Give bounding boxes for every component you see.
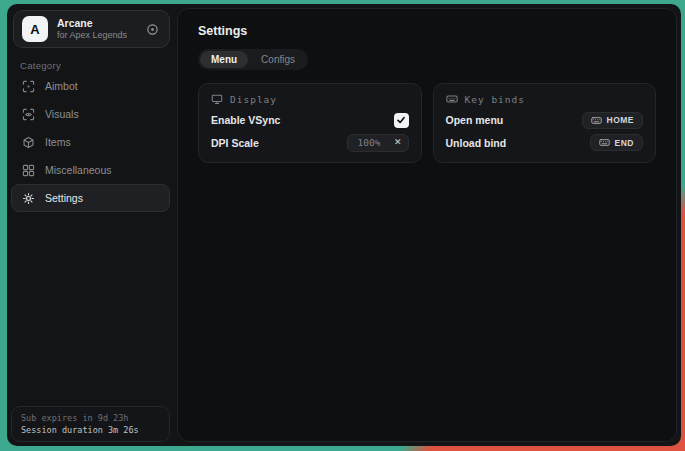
tab-menu[interactable]: Menu (200, 51, 248, 68)
monitor-icon (211, 93, 223, 105)
dpi-row: DPI Scale 100% ✕ (211, 132, 409, 155)
sidebar-nav: Aimbot Visuals Items (11, 72, 170, 212)
main-panel: Settings Menu Configs Display En (177, 8, 677, 442)
app-subtitle: for Apex Legends (57, 30, 146, 41)
sidebar-item-miscellaneous[interactable]: Miscellaneous (11, 156, 170, 184)
app-window: A Arcane for Apex Legends Category Aimbo… (7, 4, 681, 446)
crosshair-icon (22, 80, 35, 93)
sidebar-item-aimbot[interactable]: Aimbot (11, 72, 170, 100)
keyboard-icon (591, 115, 602, 126)
open-menu-keybind-button[interactable]: HOME (582, 112, 644, 129)
open-menu-row: Open menu HOME (446, 109, 644, 132)
sidebar-item-label: Items (45, 136, 71, 148)
app-logo: A (22, 16, 48, 42)
dpi-value: 100% (358, 137, 381, 148)
unload-bind-label: Unload bind (446, 137, 507, 149)
clear-icon[interactable]: ✕ (394, 138, 402, 147)
app-name: Arcane (57, 17, 146, 29)
tab-configs[interactable]: Configs (250, 51, 306, 68)
grid-icon (22, 164, 35, 177)
cube-icon (22, 136, 35, 149)
tab-group: Menu Configs (198, 49, 308, 70)
display-card-title: Display (230, 94, 277, 105)
session-duration-text: Session duration 3m 26s (21, 425, 160, 435)
vsync-checkbox[interactable] (394, 113, 409, 128)
keyboard-icon (446, 93, 458, 105)
open-menu-label: Open menu (446, 114, 504, 126)
sidebar-item-label: Settings (45, 192, 83, 204)
dpi-scale-input[interactable]: 100% ✕ (347, 134, 409, 152)
eye-scan-icon (22, 108, 35, 121)
app-header-card: A Arcane for Apex Legends (13, 10, 170, 48)
unload-keybind-button[interactable]: END (590, 134, 643, 151)
keybinds-card-title: Key binds (465, 94, 525, 105)
category-label: Category (20, 60, 61, 71)
gear-icon (22, 192, 35, 205)
session-info-card: Sub expires in 9d 23h Session duration 3… (11, 406, 170, 442)
sidebar-item-label: Visuals (45, 108, 79, 120)
vsync-label: Enable VSync (211, 114, 280, 126)
keyboard-icon (599, 137, 610, 148)
unload-bind-key: END (615, 138, 634, 148)
checkmark-icon (396, 115, 406, 125)
sidebar-item-label: Aimbot (45, 80, 78, 92)
dpi-label: DPI Scale (211, 137, 259, 149)
display-card: Display Enable VSync DPI Scale 100% ✕ (198, 83, 422, 163)
keybinds-card: Key binds Open menu HOME (433, 83, 657, 163)
sub-expiry-text: Sub expires in 9d 23h (21, 413, 160, 423)
sidebar-item-visuals[interactable]: Visuals (11, 100, 170, 128)
page-title: Settings (198, 24, 656, 38)
sidebar-item-items[interactable]: Items (11, 128, 170, 156)
unload-bind-row: Unload bind END (446, 132, 644, 155)
sidebar-item-settings[interactable]: Settings (11, 184, 170, 212)
vsync-row: Enable VSync (211, 109, 409, 132)
target-icon[interactable] (146, 23, 159, 36)
sidebar-item-label: Miscellaneous (45, 164, 112, 176)
open-menu-key: HOME (607, 115, 635, 125)
